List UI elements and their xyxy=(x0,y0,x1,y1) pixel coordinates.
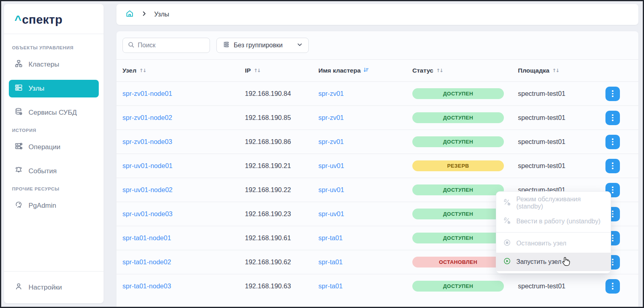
status-badge: РЕЗЕРВ xyxy=(412,160,504,171)
sidebar-item-label: Настройки xyxy=(29,284,62,292)
column-label: Статус xyxy=(412,67,433,74)
row-actions-button[interactable] xyxy=(605,87,620,101)
sidebar-item-nodes[interactable]: Узлы xyxy=(9,80,99,97)
chevron-down-icon xyxy=(297,42,303,49)
sidebar-item-settings[interactable]: Настройки xyxy=(14,282,62,293)
table-row: spr-uv01-node01 192.168.190.21 spr-uv01 … xyxy=(116,154,638,178)
chevron-right-icon xyxy=(141,11,147,18)
cluster-link[interactable]: spr-zv01 xyxy=(318,138,344,145)
column-header-status[interactable]: Статус ↑↓ xyxy=(412,67,518,74)
cluster-link[interactable]: spr-uv01 xyxy=(318,210,344,217)
menu-item-maintenance-standby: Режим обслуживания (standby) xyxy=(496,194,611,212)
sidebar-item-pgadmin[interactable]: PgAdmin xyxy=(9,197,99,215)
status-badge: ДОСТУПЕН xyxy=(412,209,504,219)
cluster-link[interactable]: spr-ta01 xyxy=(318,258,343,265)
home-icon[interactable] xyxy=(125,9,134,20)
status-badge: ДОСТУПЕН xyxy=(412,112,504,123)
cluster-link[interactable]: spr-uv01 xyxy=(318,186,344,193)
mouse-hand-cursor xyxy=(560,256,572,270)
column-header-cluster[interactable]: Имя кластера xyxy=(318,67,412,74)
menu-item-stop-node: Остановить узел xyxy=(496,234,611,253)
sort-icon[interactable]: ↑↓ xyxy=(436,68,442,73)
node-link[interactable]: spr-ta01-node03 xyxy=(122,282,171,290)
ip-value: 192.168.190.84 xyxy=(245,90,318,97)
status-badge: ДОСТУПЕН xyxy=(412,233,504,243)
site-value: spectrum-test01 xyxy=(518,90,605,97)
row-actions-button[interactable] xyxy=(605,135,620,149)
stop-node-icon xyxy=(503,239,511,248)
dbms-services-icon xyxy=(14,107,23,118)
node-link[interactable]: spr-ta01-node01 xyxy=(122,234,171,241)
nav-section-management: ОБЪЕКТЫ УПРАВЛЕНИЯ xyxy=(12,45,96,50)
cluster-link[interactable]: spr-ta01 xyxy=(318,282,343,290)
sort-ascending-active-icon[interactable] xyxy=(363,67,369,74)
ip-value: 192.168.190.85 xyxy=(245,114,318,122)
node-link[interactable]: spr-uv01-node01 xyxy=(122,162,173,169)
node-actions-context-menu: Режим обслуживания (standby) Ввести в ра… xyxy=(496,191,611,274)
sidebar-item-operations[interactable]: Операции xyxy=(9,138,99,156)
sidebar-item-label: Кластеры xyxy=(29,61,59,69)
app-logo: ^спектр xyxy=(4,4,104,34)
column-header-site[interactable]: Площадка ↑↓ xyxy=(518,67,605,74)
sidebar-item-label: Операции xyxy=(29,143,61,151)
menu-item-label: Ввести в работу (unstandby) xyxy=(516,218,601,225)
sidebar-footer: Настройки xyxy=(4,271,104,303)
cluster-link[interactable]: spr-zv01 xyxy=(318,114,344,121)
nodes-icon xyxy=(14,83,23,94)
menu-item-label: Режим обслуживания (standby) xyxy=(516,196,604,210)
cluster-link[interactable]: spr-uv01 xyxy=(318,162,344,169)
table-header-row: Узел ↑↓ IP ↑↓ Имя кластера Статус ↑↓ Пло… xyxy=(116,59,638,81)
sort-icon[interactable]: ↑↓ xyxy=(254,68,260,73)
menu-item-label: Остановить узел xyxy=(516,240,567,247)
row-actions-button[interactable] xyxy=(605,111,620,125)
table-row: spr-zv01-node02 192.168.190.85 spr-zv01 … xyxy=(116,105,638,130)
column-header-ip[interactable]: IP ↑↓ xyxy=(245,67,318,74)
node-link[interactable]: spr-zv01-node01 xyxy=(122,90,172,97)
node-link[interactable]: spr-uv01-node03 xyxy=(122,210,173,217)
ip-value: 192.168.190.86 xyxy=(245,138,318,146)
menu-item-start-node[interactable]: Запустить узел xyxy=(496,253,611,271)
node-link[interactable]: spr-ta01-node02 xyxy=(122,258,171,265)
node-link[interactable]: spr-zv01-node02 xyxy=(122,114,172,121)
search-input[interactable] xyxy=(138,42,205,49)
menu-item-enter-work-unstandby: Ввести в работу (unstandby) xyxy=(496,212,611,231)
sidebar-item-label: Сервисы СУБД xyxy=(29,109,77,117)
sidebar-item-clusters[interactable]: Кластеры xyxy=(9,56,99,73)
row-actions-button[interactable] xyxy=(605,159,620,173)
column-label: IP xyxy=(245,67,251,74)
cluster-link[interactable]: spr-zv01 xyxy=(318,90,344,97)
site-value: spectrum-test01 xyxy=(518,114,605,122)
ip-value: 192.168.190.62 xyxy=(245,258,318,266)
toolbar: Без группировки xyxy=(116,38,638,53)
row-actions-button[interactable] xyxy=(605,279,620,294)
column-header-node[interactable]: Узел ↑↓ xyxy=(122,67,245,74)
sidebar-nav: ОБЪЕКТЫ УПРАВЛЕНИЯ Кластеры Узлы Сервисы… xyxy=(4,34,104,215)
grouping-dropdown[interactable]: Без группировки xyxy=(216,38,309,53)
table-row: spr-zv01-node01 192.168.190.84 spr-zv01 … xyxy=(116,81,638,105)
status-badge: ДОСТУПЕН xyxy=(412,88,504,99)
site-value: spectrum-test01 xyxy=(518,282,605,290)
sort-icon[interactable]: ↑↓ xyxy=(552,68,558,73)
maintenance-standby-icon xyxy=(503,198,511,208)
start-node-icon xyxy=(503,257,511,267)
search-box xyxy=(122,38,210,53)
ip-value: 192.168.190.61 xyxy=(245,234,318,242)
sidebar: ^спектр ОБЪЕКТЫ УПРАВЛЕНИЯ Кластеры Узлы… xyxy=(4,4,104,303)
status-badge: ДОСТУПЕН xyxy=(412,184,504,195)
enter-work-unstandby-icon xyxy=(503,217,511,226)
status-badge: ДОСТУПЕН xyxy=(412,136,504,147)
events-icon xyxy=(14,166,23,176)
node-link[interactable]: spr-uv01-node02 xyxy=(122,186,173,193)
sidebar-item-label: Узлы xyxy=(29,85,45,93)
sidebar-item-events[interactable]: События xyxy=(9,162,99,180)
cluster-link[interactable]: spr-ta01 xyxy=(318,234,343,241)
nav-section-other-resources: ПРОЧИЕ РЕСУРСЫ xyxy=(12,186,96,191)
sort-icon[interactable]: ↑↓ xyxy=(139,68,146,73)
ip-value: 192.168.190.22 xyxy=(245,186,318,194)
node-link[interactable]: spr-zv01-node03 xyxy=(122,138,172,145)
sidebar-item-dbms-services[interactable]: Сервисы СУБД xyxy=(9,104,99,122)
status-badge: ДОСТУПЕН xyxy=(412,281,504,292)
column-label: Узел xyxy=(122,67,137,74)
search-icon xyxy=(128,41,135,50)
nav-section-history: ИСТОРИЯ xyxy=(12,128,96,133)
